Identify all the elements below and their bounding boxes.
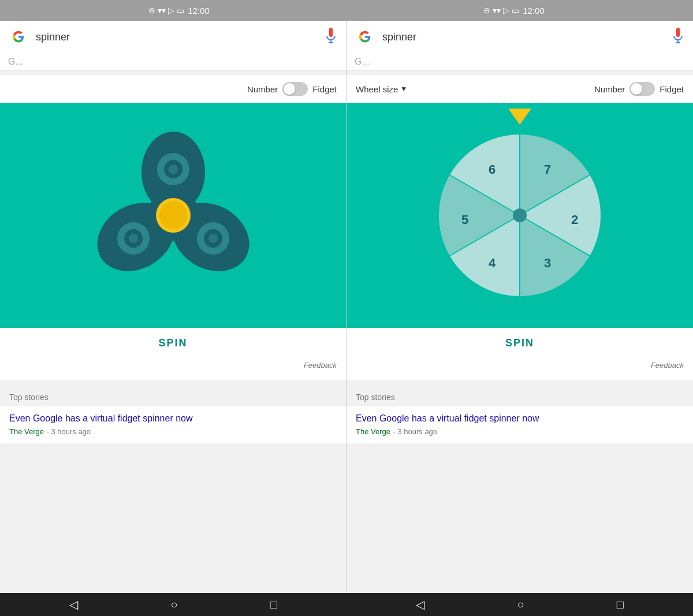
status-icons-left: ⊖ ▾▾ ▷ ▭ — [148, 6, 184, 15]
dropdown-icon: ▼ — [400, 85, 407, 93]
screen-left: G... Number Fidget — [0, 21, 346, 593]
wifi-icon-r: ▾▾ — [493, 6, 501, 15]
svg-text:2: 2 — [571, 212, 578, 227]
screens-container: G... Number Fidget — [0, 21, 693, 593]
spin-button-left[interactable]: SPIN — [0, 328, 346, 359]
controls-left: Number Fidget — [0, 75, 346, 103]
recents-button-left[interactable]: □ — [270, 598, 277, 611]
feedback-left[interactable]: Feedback — [0, 359, 346, 374]
wheel-size-control[interactable]: Wheel size ▼ — [356, 84, 407, 94]
wheel-pointer — [508, 109, 531, 126]
svg-text:5: 5 — [461, 212, 468, 227]
toggle-switch-left[interactable] — [282, 82, 308, 96]
feedback-right[interactable]: Feedback — [346, 359, 693, 374]
svg-point-15 — [208, 234, 218, 243]
status-bar-right: ⊖ ▾▾ ▷ ▭ 12:00 — [346, 6, 681, 16]
wheel-svg: 7 2 3 4 5 6 — [427, 123, 612, 308]
toggle-switch-right[interactable] — [629, 82, 655, 96]
google-logo-left — [8, 27, 29, 47]
svg-text:3: 3 — [544, 256, 551, 270]
news-meta-right-0: The Verge - 3 hours ago — [356, 426, 684, 436]
fidget-canvas-left[interactable] — [0, 103, 346, 328]
wheel-canvas-right[interactable]: 7 2 3 4 5 6 — [346, 103, 693, 328]
fidget-label-left: Fidget — [312, 84, 337, 94]
do-not-disturb-icon: ⊖ — [148, 6, 155, 15]
news-card-right-0: Even Google has a virtual fidget spinner… — [346, 406, 693, 443]
home-button-left[interactable]: ○ — [170, 598, 177, 611]
google-logo-right — [355, 27, 375, 47]
nav-right: ◁ ○ □ — [346, 598, 693, 611]
recents-button-right[interactable]: □ — [617, 598, 624, 611]
status-time-left: 12:00 — [188, 6, 210, 16]
svg-rect-0 — [329, 28, 333, 37]
svg-text:6: 6 — [489, 162, 495, 177]
status-bar-left: ⊖ ▾▾ ▷ ▭ 12:00 — [12, 6, 346, 16]
news-time-left-0: - 3 hours ago — [46, 427, 91, 436]
mic-icon-right[interactable] — [671, 27, 685, 47]
search-bar-right — [346, 21, 693, 53]
news-title-right-0[interactable]: Even Google has a virtual fidget spinner… — [356, 413, 684, 424]
screen-right: G... Wheel size ▼ Number Fidget — [346, 21, 693, 593]
search-bar-left — [0, 21, 346, 53]
spinner-card-left: Number Fidget — [0, 75, 346, 380]
svg-rect-18 — [676, 28, 680, 37]
home-button-right[interactable]: ○ — [517, 598, 524, 611]
top-stories-label-left: Top stories — [0, 384, 346, 406]
top-stories-label-right: Top stories — [346, 384, 693, 406]
spinner-card-right: Wheel size ▼ Number Fidget — [346, 75, 693, 380]
nav-left: ◁ ○ □ — [0, 598, 346, 611]
search-input-right[interactable] — [382, 31, 664, 43]
controls-right: Wheel size ▼ Number Fidget — [346, 75, 693, 103]
fidget-label-right: Fidget — [660, 84, 684, 94]
news-time-right-0: - 3 hours ago — [393, 427, 437, 436]
do-not-disturb-icon-r: ⊖ — [483, 6, 490, 15]
news-title-left-0[interactable]: Even Google has a virtual fidget spinner… — [9, 413, 337, 424]
back-button-right[interactable]: ◁ — [416, 598, 424, 611]
nav-bar: ◁ ○ □ ◁ ○ □ — [0, 593, 693, 616]
status-bar: ⊖ ▾▾ ▷ ▭ 12:00 ⊖ ▾▾ ▷ ▭ 12:00 — [0, 0, 693, 21]
status-time-right: 12:00 — [523, 6, 545, 16]
spin-button-right[interactable]: SPIN — [346, 328, 693, 359]
battery-icon: ▭ — [177, 6, 184, 15]
search-input-left[interactable] — [36, 31, 317, 43]
svg-text:7: 7 — [544, 162, 551, 177]
svg-point-9 — [169, 165, 178, 174]
news-source-left-0: The Verge — [9, 427, 44, 436]
svg-point-12 — [129, 234, 138, 243]
wheel-size-label: Wheel size — [356, 84, 398, 94]
svg-point-28 — [513, 208, 527, 222]
back-button-left[interactable]: ◁ — [69, 598, 78, 611]
news-source-right-0: The Verge — [356, 427, 390, 436]
signal-icon-r: ▷ — [503, 6, 509, 15]
wifi-icon: ▾▾ — [158, 6, 166, 15]
partial-top-right: G... — [346, 53, 693, 70]
partial-top-left: G... — [0, 53, 346, 70]
battery-icon-r: ▭ — [512, 6, 519, 15]
number-label-right: Number — [594, 84, 625, 94]
status-icons-right: ⊖ ▾▾ ▷ ▭ — [483, 6, 519, 15]
news-meta-left-0: The Verge - 3 hours ago — [9, 426, 337, 436]
signal-icon: ▷ — [168, 6, 174, 15]
news-card-left-0: Even Google has a virtual fidget spinner… — [0, 406, 346, 443]
mic-icon-left[interactable] — [324, 27, 338, 47]
fidget-spinner-svg — [81, 123, 266, 308]
svg-marker-21 — [508, 109, 531, 125]
number-label-left: Number — [247, 84, 278, 94]
svg-text:4: 4 — [489, 256, 496, 270]
svg-point-17 — [159, 201, 187, 229]
